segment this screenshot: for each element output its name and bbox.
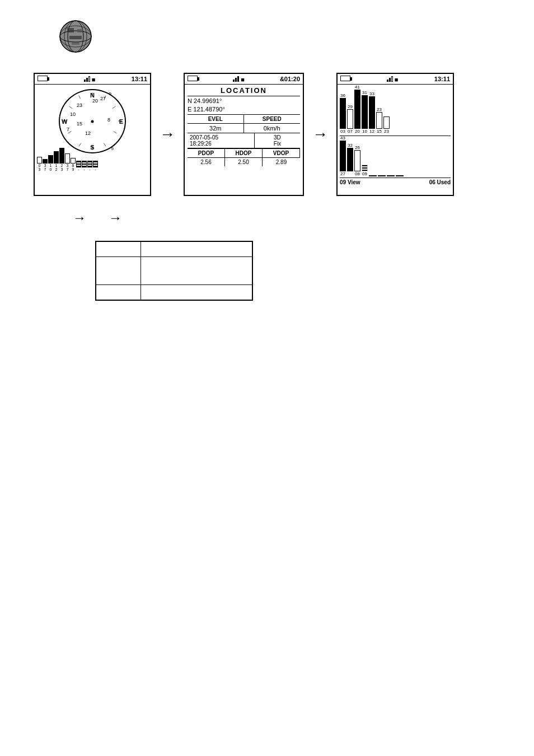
table-cell-3-2: [141, 285, 252, 300]
arrow2: →: [312, 125, 328, 143]
signal-icon-s3: ■: [387, 75, 399, 83]
battery-icon-s3: [340, 76, 350, 82]
table-cell-2-1: [96, 257, 141, 285]
sat-bar-08: 26 08: [354, 145, 360, 176]
battery-icon-s2: [188, 76, 198, 82]
bar-group-10: 10: [48, 155, 53, 171]
svg-rect-7: [69, 36, 82, 39]
logo-area: [56, 17, 95, 58]
evel-speed-grid: EVEL SPEED 32m 0km/h: [188, 114, 300, 133]
table-cell-3-1: [96, 285, 141, 300]
table-cell-1-2: [141, 242, 252, 257]
location-screen: ■ &01:20 LOCATION N 24.99691° E 121.4879…: [184, 73, 304, 196]
dop-grid: PDOP HDOP VDOP 2.56 2.50 2.89: [188, 148, 300, 166]
bottom-arrow2: →: [109, 210, 122, 226]
signal-icon-s2: ■: [233, 75, 245, 83]
arrows-row: → →: [34, 210, 437, 226]
bar-group-03: 03: [37, 157, 42, 171]
vdop-label: VDOP: [263, 149, 300, 158]
evel-value: 32m: [188, 124, 244, 133]
svg-line-18: [69, 106, 72, 109]
table-cell-2-2: [141, 257, 252, 285]
vdop-value: 2.89: [263, 158, 300, 166]
svg-line-17: [79, 96, 81, 99]
arrow1: →: [160, 125, 175, 143]
svg-line-14: [113, 106, 116, 109]
sat-bar-03: 36 03: [340, 93, 346, 134]
date-value: 2007-05-05 18:29:26: [188, 133, 255, 148]
table-row-2: [96, 257, 252, 285]
sat-footer: 09 View 06 Used: [340, 178, 451, 185]
sat-bar-08-32: 32: [347, 143, 353, 176]
svg-rect-8: [72, 42, 79, 45]
compass-num-9: 9: [109, 91, 111, 96]
svg-rect-5: [67, 28, 74, 32]
sat-bar-12: 33 12: [369, 91, 375, 134]
sat-dashes: [369, 175, 404, 176]
location-title: LOCATION: [188, 86, 300, 96]
hdop-value: 2.50: [225, 158, 263, 166]
signal-icon-s1: ■: [84, 75, 96, 83]
location-lon: E 121.48790°: [188, 106, 300, 113]
table-area: [95, 241, 253, 301]
sat-bar-15: 23 15: [376, 107, 382, 134]
satellite-screen: ■ 13:11 36 03 29 07 4: [336, 73, 454, 196]
sat-bar-10: 31 10: [362, 90, 368, 134]
info-table: [96, 241, 252, 300]
location-content: LOCATION N 24.99691° E 121.48790° EVEL S…: [185, 85, 303, 168]
screen2-time: &01:20: [280, 76, 300, 82]
bar-group-23: 23: [59, 148, 64, 171]
sat-bar-09: 09: [362, 165, 368, 176]
bar-dash2: -: [82, 161, 87, 171]
pdop-label: PDOP: [188, 149, 225, 158]
svg-line-19: [68, 131, 72, 133]
bar-group-37: 37: [43, 159, 48, 171]
battery-icon-s1: [38, 76, 48, 82]
screen3-time: 13:11: [434, 76, 450, 82]
diagram-area: ■ 13:11 N S E W 20 27 23 10: [34, 73, 454, 196]
bar-group-12: 12: [54, 151, 59, 171]
svg-rect-6: [77, 29, 83, 32]
table-row-3: [96, 285, 252, 300]
screen2-header: ■ &01:20: [185, 74, 303, 85]
location-lat: N 24.99691°: [188, 97, 300, 104]
screen1-header: ■ 13:11: [35, 74, 150, 85]
svg-line-13: [104, 96, 106, 99]
bar-dash4: -: [93, 161, 98, 171]
hdop-label: HDOP: [225, 149, 263, 158]
sat-bars-area: 36 03 29 07 41 20 31: [338, 85, 453, 186]
used-count-label: 06 Used: [429, 179, 451, 185]
table-cell-1-1: [96, 242, 141, 257]
globe-icon: [56, 17, 95, 56]
compass-screen: ■ 13:11 N S E W 20 27 23 10: [34, 73, 151, 196]
datetime-row: 2007-05-05 18:29:26 3D Fix: [188, 133, 300, 148]
speed-label: SPEED: [244, 115, 301, 124]
bottom-arrow1: →: [73, 210, 86, 226]
pdop-value: 2.56: [188, 158, 225, 166]
compass-area: N S E W 20 27 23 10 15 8 7 12: [35, 85, 150, 171]
bar-group-37b: 37: [65, 153, 70, 171]
screen3-header: ■ 13:11: [338, 74, 453, 85]
sat-bar-23: 23: [383, 111, 390, 134]
bar-group-89: 89: [71, 158, 76, 171]
evel-label: EVEL: [188, 115, 244, 124]
sat-bar-20: 41 20: [354, 85, 360, 134]
view-count-label: 09 View: [340, 179, 360, 185]
screen1-time: 13:11: [132, 76, 147, 82]
svg-line-15: [114, 131, 117, 133]
bar-dash3: -: [87, 161, 92, 171]
bar-dash1: -: [76, 161, 81, 171]
sat-bar-27: 43 27: [340, 136, 346, 176]
speed-value: 0km/h: [244, 124, 301, 133]
sat-bar-07: 29 07: [347, 104, 353, 134]
table-row-1: [96, 242, 252, 257]
fix-value: 3D Fix: [255, 133, 300, 148]
